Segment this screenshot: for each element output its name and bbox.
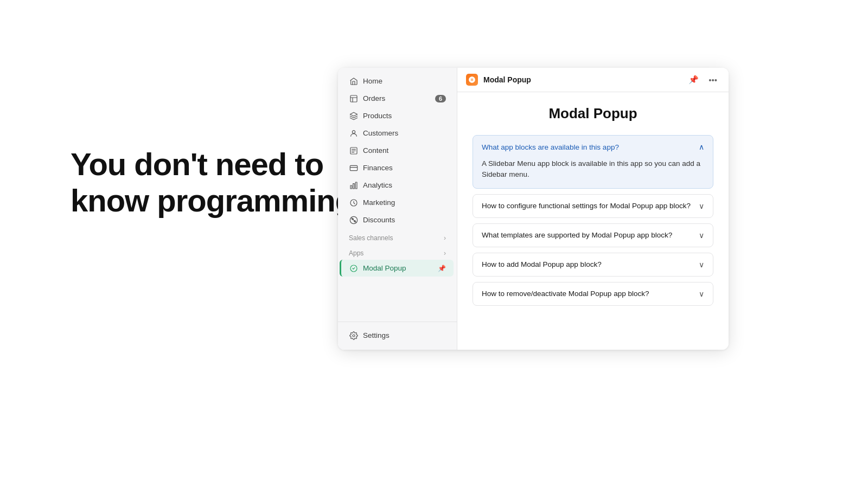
sidebar-nav: Home Orders 6 Products [338, 72, 457, 322]
orders-icon [349, 94, 358, 103]
sidebar-label-orders: Orders [363, 94, 430, 102]
faq-question-1: What app blocks are available in this ap… [482, 143, 619, 151]
faq-question-3: What templates are supported by Modal Po… [482, 231, 672, 239]
sidebar-label-finances: Finances [363, 164, 446, 172]
apps-arrow: › [444, 249, 446, 257]
faq-body-1: A Slidebar Menu app block is available i… [473, 158, 713, 188]
sales-channels-label: Sales channels [349, 234, 393, 242]
page-title: Modal Popup [473, 105, 713, 122]
main-header: Modal Popup 📌 ••• [457, 68, 729, 92]
faq-header-3[interactable]: What templates are supported by Modal Po… [473, 224, 713, 247]
sidebar-label-settings: Settings [363, 331, 446, 339]
svg-marker-1 [350, 112, 357, 116]
sidebar-item-customers[interactable]: Customers [341, 125, 454, 142]
chevron-up-1: ∧ [699, 143, 704, 151]
apps-section: Apps › [338, 244, 457, 259]
app-icon [466, 74, 478, 86]
finances-icon [349, 163, 358, 172]
sidebar-label-products: Products [363, 112, 446, 120]
pin-icon: 📌 [438, 265, 446, 272]
orders-badge: 6 [435, 95, 446, 102]
svg-rect-0 [350, 95, 357, 102]
faq-item-4: How to add Modal Popup app block? ∨ [473, 253, 713, 277]
faq-item-2: How to configure functional settings for… [473, 194, 713, 218]
faq-question-5: How to remove/deactivate Modal Popup app… [482, 290, 649, 298]
marketing-icon [349, 198, 358, 207]
sidebar-item-marketing[interactable]: Marketing [341, 194, 454, 211]
svg-rect-4 [350, 165, 357, 170]
main-body: Modal Popup What app blocks are availabl… [457, 92, 729, 350]
apps-label: Apps [349, 249, 363, 257]
more-button[interactable]: ••• [706, 74, 720, 86]
faq-item-5: How to remove/deactivate Modal Popup app… [473, 282, 713, 306]
svg-rect-6 [353, 183, 354, 188]
sales-channels-arrow: › [444, 234, 446, 242]
sidebar-item-products[interactable]: Products [341, 107, 454, 124]
sidebar-label-marketing: Marketing [363, 198, 446, 207]
modal-popup-icon [349, 264, 358, 273]
faq-header-4[interactable]: How to add Modal Popup app block? ∨ [473, 253, 713, 276]
settings-icon [349, 331, 358, 340]
analytics-icon [349, 181, 358, 190]
sidebar-item-analytics[interactable]: Analytics [341, 177, 454, 194]
app-window: Home Orders 6 Products [338, 68, 729, 350]
products-icon [349, 111, 358, 120]
faq-question-2: How to configure functional settings for… [482, 202, 691, 210]
chevron-down-3: ∨ [699, 231, 704, 240]
header-title: Modal Popup [483, 75, 680, 84]
chevron-down-2: ∨ [699, 202, 704, 210]
sidebar-label-analytics: Analytics [363, 181, 446, 189]
svg-point-2 [352, 130, 355, 133]
sidebar-item-discounts[interactable]: Discounts [341, 211, 454, 228]
sidebar-footer: Settings [338, 322, 457, 350]
sidebar-item-orders[interactable]: Orders 6 [341, 90, 454, 107]
svg-point-13 [353, 335, 355, 337]
faq-header-1[interactable]: What app blocks are available in this ap… [473, 136, 713, 158]
sidebar-item-home[interactable]: Home [341, 73, 454, 89]
main-content: Modal Popup 📌 ••• Modal Popup What app b… [457, 68, 729, 350]
sidebar-item-modal-popup[interactable]: Modal Popup 📌 [340, 260, 454, 277]
faq-answer-1: A Slidebar Menu app block is available i… [482, 159, 700, 178]
faq-question-4: How to add Modal Popup app block? [482, 260, 602, 268]
customers-icon [349, 129, 358, 138]
hero-line2: know programming! [71, 183, 363, 219]
faq-item-1: What app blocks are available in this ap… [473, 135, 713, 189]
sidebar-item-settings[interactable]: Settings [341, 327, 454, 344]
sidebar-item-finances[interactable]: Finances [341, 159, 454, 176]
faq-header-5[interactable]: How to remove/deactivate Modal Popup app… [473, 282, 713, 305]
header-actions: 📌 ••• [686, 73, 720, 86]
sidebar-item-content[interactable]: Content [341, 142, 454, 159]
svg-rect-5 [350, 185, 352, 189]
sidebar: Home Orders 6 Products [338, 68, 457, 350]
faq-item-3: What templates are supported by Modal Po… [473, 223, 713, 247]
sidebar-label-content: Content [363, 146, 446, 155]
sales-channels-section: Sales channels › [338, 229, 457, 244]
sidebar-label-home: Home [363, 77, 446, 85]
pin-button[interactable]: 📌 [686, 73, 701, 86]
hero-text: You don't need to know programming! [71, 146, 363, 219]
home-icon [349, 76, 358, 86]
hero-line1: You don't need to [71, 146, 363, 183]
svg-rect-7 [355, 182, 357, 189]
content-icon [349, 146, 358, 155]
sidebar-label-modal-popup: Modal Popup [363, 264, 433, 272]
discounts-icon [349, 215, 358, 224]
chevron-down-4: ∨ [699, 260, 704, 269]
sidebar-label-customers: Customers [363, 129, 446, 137]
sidebar-label-discounts: Discounts [363, 216, 446, 224]
faq-header-2[interactable]: How to configure functional settings for… [473, 195, 713, 217]
chevron-down-5: ∨ [699, 290, 704, 298]
